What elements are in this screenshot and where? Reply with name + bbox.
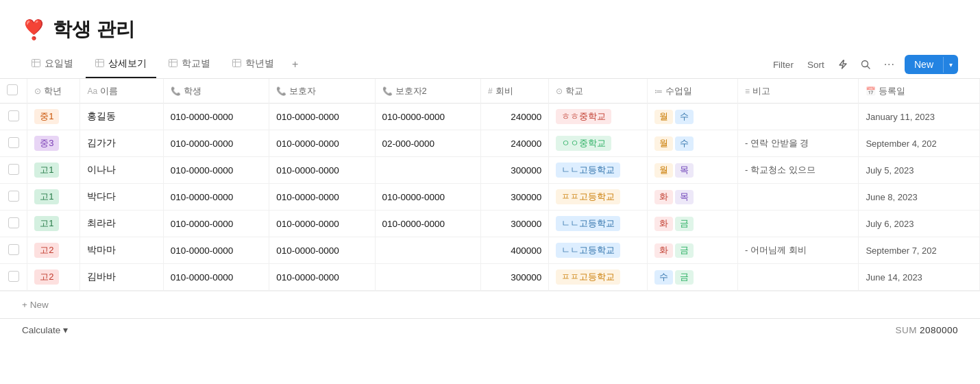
row-guardian2-phone: 02-000-0000 xyxy=(375,130,480,157)
col-enroll[interactable]: 📅등록일 xyxy=(859,79,980,104)
row-checkbox-6[interactable] xyxy=(8,271,19,282)
lightning-button[interactable] xyxy=(834,57,851,72)
tab-school-icon xyxy=(169,59,177,69)
row-checkbox-0[interactable] xyxy=(8,110,19,121)
filter-button[interactable]: Filter xyxy=(769,57,798,73)
enroll-col-icon: 📅 xyxy=(866,86,876,96)
toolbar-actions: Filter Sort ··· New ▾ xyxy=(769,55,958,74)
row-checkbox-5[interactable] xyxy=(8,244,19,255)
table-row[interactable]: 고2김바바010-0000-0000010-0000-0000300000ㅍㅍ고… xyxy=(0,264,980,291)
lightning-icon xyxy=(838,60,847,69)
tab-grade-icon xyxy=(232,59,241,69)
row-guardian2-phone: 010-0000-0000 xyxy=(375,211,480,237)
col-guardian2[interactable]: 📞보호자2 xyxy=(375,79,480,104)
tab-grade[interactable]: 학년별 xyxy=(223,51,284,78)
row-name: 박마마 xyxy=(80,237,163,264)
row-memo: - 연락 안받을 경 xyxy=(737,130,858,157)
calculate-chevron-icon: ▾ xyxy=(63,324,68,335)
col-student[interactable]: 📞학생 xyxy=(163,79,269,104)
row-school: ㅍㅍ고등학교 xyxy=(549,184,647,211)
col-name[interactable]: Aa이름 xyxy=(80,79,163,104)
school-badge: ㅍㅍ고등학교 xyxy=(556,269,620,285)
row-enroll-date: September 4, 202 xyxy=(859,130,980,157)
table-container: ⊙학년 Aa이름 📞학생 📞보호자 📞보호자2 #회비 ⊙ xyxy=(0,79,980,291)
grade-badge: 고1 xyxy=(34,189,59,204)
toolbar: 요일별상세보기학교별학년별 + Filter Sort ··· New ▾ xyxy=(0,51,980,79)
row-fee: 300000 xyxy=(480,157,548,184)
row-guardian1-phone: 010-0000-0000 xyxy=(269,237,375,264)
table-row[interactable]: 고1이나나010-0000-0000010-0000-0000300000ㄴㄴ고… xyxy=(0,157,980,184)
row-memo xyxy=(737,184,858,211)
col-grade[interactable]: ⊙학년 xyxy=(27,79,80,104)
row-name: 최라라 xyxy=(80,211,163,237)
day-badge: 화 xyxy=(654,190,673,204)
bottom-bar: Calculate ▾ SUM 2080000 xyxy=(0,318,980,341)
tab-detail[interactable]: 상세보기 xyxy=(86,51,156,78)
col-fee[interactable]: #회비 xyxy=(480,79,548,104)
tab-daily-icon xyxy=(32,59,40,69)
more-button[interactable]: ··· xyxy=(880,56,899,73)
day-badge: 월 xyxy=(654,136,673,151)
row-school: ㅍㅍ고등학교 xyxy=(549,264,647,291)
row-checkbox-2[interactable] xyxy=(8,164,19,175)
col-memo[interactable]: ≡비고 xyxy=(737,79,858,104)
row-guardian1-phone: 010-0000-0000 xyxy=(269,130,375,157)
row-checkbox-1[interactable] xyxy=(8,137,19,148)
page-header: ❣️ 학생 관리 xyxy=(0,0,980,51)
page-emoji: ❣️ xyxy=(22,19,46,41)
day-badge: 금 xyxy=(675,217,694,231)
tab-daily[interactable]: 요일별 xyxy=(22,51,83,78)
table-row[interactable]: 중1홍길동010-0000-0000010-0000-0000010-0000-… xyxy=(0,104,980,130)
fee-col-icon: # xyxy=(488,86,493,96)
table-row[interactable]: 고1박다다010-0000-0000010-0000-0000010-0000-… xyxy=(0,184,980,211)
search-button[interactable] xyxy=(857,57,874,72)
grade-badge: 중1 xyxy=(34,109,59,124)
row-guardian1-phone: 010-0000-0000 xyxy=(269,104,375,130)
select-all-checkbox[interactable] xyxy=(7,84,18,95)
table-row[interactable]: 고2박마마010-0000-0000010-0000-0000400000ㄴㄴ고… xyxy=(0,237,980,264)
row-fee: 300000 xyxy=(480,211,548,237)
row-school: ㄴㄴ고등학교 xyxy=(549,157,647,184)
row-guardian2-phone xyxy=(375,264,480,291)
row-memo: - 어머님께 회비 xyxy=(737,237,858,264)
row-checkbox-cell xyxy=(0,157,27,184)
school-badge: ㅍㅍ고등학교 xyxy=(556,189,620,204)
sort-button[interactable]: Sort xyxy=(803,57,829,73)
grade-col-icon: ⊙ xyxy=(34,86,41,96)
add-new-button[interactable]: + New xyxy=(22,297,49,313)
new-button-chevron[interactable]: ▾ xyxy=(943,57,958,73)
row-grade: 중3 xyxy=(27,130,80,157)
table-row[interactable]: 고1최라라010-0000-0000010-0000-0000010-0000-… xyxy=(0,211,980,237)
search-icon xyxy=(861,60,870,69)
school-badge: ㅎㅎ중학교 xyxy=(556,109,611,124)
add-new-label[interactable]: + New xyxy=(22,300,49,310)
data-table: ⊙학년 Aa이름 📞학생 📞보호자 📞보호자2 #회비 ⊙ xyxy=(0,79,980,291)
col-class[interactable]: ≔수업일 xyxy=(647,79,737,104)
new-button-label[interactable]: New xyxy=(905,55,943,74)
tab-school[interactable]: 학교별 xyxy=(159,51,220,78)
col-guardian1[interactable]: 📞보호자 xyxy=(269,79,375,104)
table-row[interactable]: 중3김가가010-0000-0000010-0000-000002-000-00… xyxy=(0,130,980,157)
row-enroll-date: September 7, 202 xyxy=(859,237,980,264)
row-student-phone: 010-0000-0000 xyxy=(163,211,269,237)
row-enroll-date: July 6, 2023 xyxy=(859,211,980,237)
tab-detail-icon xyxy=(95,59,104,69)
row-grade: 고1 xyxy=(27,157,80,184)
svg-rect-3 xyxy=(96,59,104,67)
add-tab-button[interactable]: + xyxy=(286,51,304,77)
select-all-header[interactable] xyxy=(0,79,27,104)
svg-rect-0 xyxy=(32,59,40,67)
row-checkbox-cell xyxy=(0,130,27,157)
new-button[interactable]: New ▾ xyxy=(905,55,958,74)
col-school[interactable]: ⊙학교 xyxy=(549,79,647,104)
row-school: ㅇㅇ중학교 xyxy=(549,130,647,157)
row-checkbox-cell xyxy=(0,237,27,264)
row-checkbox-3[interactable] xyxy=(8,191,19,202)
row-school: ㄴㄴ고등학교 xyxy=(549,211,647,237)
row-checkbox-4[interactable] xyxy=(8,217,19,228)
calculate-button[interactable]: Calculate ▾ xyxy=(22,324,68,335)
row-class-days: 월목 xyxy=(647,157,737,184)
row-grade: 고1 xyxy=(27,184,80,211)
calculate-label: Calculate xyxy=(22,325,60,335)
row-student-phone: 010-0000-0000 xyxy=(163,130,269,157)
